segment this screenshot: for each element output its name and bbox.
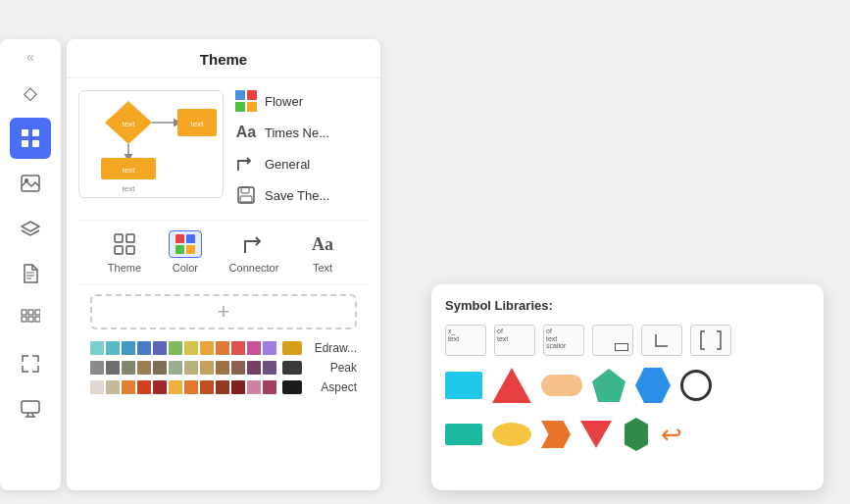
- shape-oval-yellow[interactable]: [492, 415, 531, 454]
- svg-rect-1: [32, 129, 39, 136]
- symbol-libraries-title: Symbol Libraries:: [445, 298, 810, 313]
- swatch[interactable]: [184, 380, 198, 394]
- swatch[interactable]: [247, 361, 261, 375]
- swatch[interactable]: [184, 361, 198, 375]
- swatch[interactable]: [106, 361, 120, 375]
- symbol-item-bracket[interactable]: [690, 325, 731, 356]
- swatch[interactable]: [169, 380, 182, 394]
- swatch[interactable]: [247, 341, 261, 355]
- symbol-item-mini3[interactable]: oftextscalior: [543, 325, 584, 356]
- shape-pill-orange[interactable]: [541, 366, 582, 405]
- symbol-item-mini4[interactable]: [592, 325, 633, 356]
- theme-option-font[interactable]: Aa Times Ne...: [235, 122, 369, 143]
- swatch[interactable]: [216, 380, 229, 394]
- sidebar-icon-diamond[interactable]: ◇: [10, 73, 51, 114]
- svg-rect-31: [115, 234, 123, 242]
- swatch[interactable]: [200, 380, 214, 394]
- shape-blob-green[interactable]: [622, 415, 651, 454]
- svg-rect-14: [35, 317, 40, 322]
- aspect-label: Aspect: [308, 380, 357, 394]
- swatch[interactable]: [169, 341, 182, 355]
- toolbar-text[interactable]: Aa Text: [306, 230, 339, 274]
- connector-icon: [235, 153, 257, 175]
- swatch[interactable]: [216, 361, 229, 375]
- peak-swatches: [90, 361, 276, 375]
- sidebar-icon-expand[interactable]: [10, 343, 51, 384]
- swatch[interactable]: [122, 380, 135, 394]
- edraw-swatches: [90, 341, 276, 355]
- arrow-back-icon: ↩: [661, 420, 682, 450]
- swatch[interactable]: [153, 380, 167, 394]
- peak-label: Peak: [308, 361, 357, 375]
- shape-arrow-down-red[interactable]: [580, 415, 612, 454]
- symbol-item-mini1[interactable]: x_text: [445, 325, 486, 356]
- shape-rect-blue[interactable]: [445, 366, 482, 405]
- sidebar-icon-page[interactable]: [10, 253, 51, 294]
- symbol-shape-row2: ↩: [445, 415, 810, 454]
- swatch[interactable]: [263, 341, 276, 355]
- svg-text:text: text: [123, 166, 136, 175]
- toolbar-color[interactable]: Color: [169, 230, 202, 274]
- aspect-preview: [282, 380, 302, 394]
- toolbar-text-label: Text: [313, 262, 332, 274]
- sidebar-icon-layers[interactable]: [10, 208, 51, 249]
- color-swatches: Edraw... Pea: [78, 341, 369, 394]
- toolbar-connector[interactable]: Connector: [229, 230, 279, 274]
- swatch[interactable]: [137, 361, 151, 375]
- shape-arrow-back-orange[interactable]: ↩: [661, 415, 682, 454]
- sidebar-icon-monitor[interactable]: [10, 388, 51, 429]
- svg-rect-37: [175, 245, 184, 254]
- toolbar-color-label: Color: [173, 262, 198, 274]
- theme-option-connector[interactable]: General: [235, 153, 369, 175]
- swatch[interactable]: [137, 380, 151, 394]
- swatch[interactable]: [263, 361, 276, 375]
- swatch[interactable]: [153, 341, 167, 355]
- swatch[interactable]: [137, 341, 151, 355]
- sidebar-icon-grid2[interactable]: [10, 298, 51, 339]
- shape-pentagon-green[interactable]: [592, 366, 625, 405]
- swatch[interactable]: [90, 341, 104, 355]
- swatch[interactable]: [184, 341, 198, 355]
- shape-rect-teal[interactable]: [445, 415, 482, 454]
- collapse-icon[interactable]: «: [26, 49, 34, 65]
- font-label: Times Ne...: [265, 126, 329, 140]
- shape-circle-outline[interactable]: [680, 366, 712, 405]
- theme-toolbar: Theme Color: [78, 220, 369, 284]
- swatch[interactable]: [200, 341, 214, 355]
- svg-rect-29: [241, 187, 249, 193]
- symbol-shape-row1: [445, 366, 810, 405]
- shape-chevron-orange[interactable]: [541, 415, 571, 454]
- svg-rect-33: [115, 246, 123, 254]
- symbol-item-mini2[interactable]: oftext: [494, 325, 535, 356]
- swatch[interactable]: [122, 361, 135, 375]
- flower-label: Flower: [265, 94, 303, 109]
- swatch[interactable]: [200, 361, 214, 375]
- theme-option-flower[interactable]: Flower: [235, 90, 369, 112]
- theme-option-save[interactable]: Save The...: [235, 184, 369, 206]
- swatch[interactable]: [263, 380, 276, 394]
- swatch[interactable]: [90, 361, 104, 375]
- svg-rect-13: [28, 317, 33, 322]
- svg-rect-10: [28, 310, 33, 315]
- sidebar-icon-grid[interactable]: [10, 118, 51, 159]
- swatch[interactable]: [231, 361, 245, 375]
- swatch[interactable]: [106, 341, 120, 355]
- swatch[interactable]: [231, 341, 245, 355]
- add-button[interactable]: +: [90, 294, 357, 329]
- swatch-row-edraw: Edraw...: [90, 341, 357, 355]
- toolbar-theme[interactable]: Theme: [108, 230, 141, 274]
- symbol-item-corner[interactable]: [641, 325, 682, 356]
- swatch[interactable]: [247, 380, 261, 394]
- swatch[interactable]: [231, 380, 245, 394]
- swatch[interactable]: [169, 361, 182, 375]
- sidebar-icon-image[interactable]: [10, 163, 51, 204]
- swatch[interactable]: [153, 361, 167, 375]
- swatch[interactable]: [122, 341, 135, 355]
- shape-hex-blue[interactable]: [635, 366, 671, 405]
- swatch[interactable]: [106, 380, 120, 394]
- swatch[interactable]: [216, 341, 229, 355]
- toolbar-color-icon: [169, 230, 202, 258]
- swatch[interactable]: [90, 380, 104, 394]
- svg-rect-35: [175, 234, 184, 243]
- shape-triangle-red[interactable]: [492, 366, 531, 405]
